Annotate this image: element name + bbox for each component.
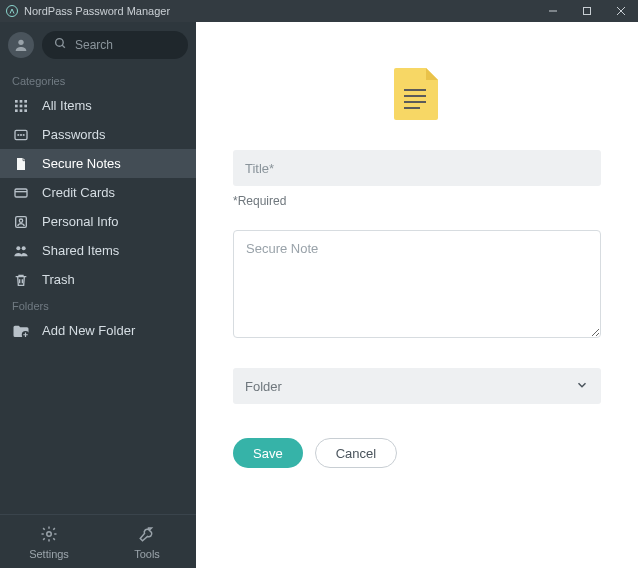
sidebar-item-trash[interactable]: Trash bbox=[0, 265, 196, 294]
sidebar-bottom: Settings Tools bbox=[0, 514, 196, 568]
sidebar-item-personal-info[interactable]: Personal Info bbox=[0, 207, 196, 236]
titlebar: NordPass Password Manager bbox=[0, 0, 638, 22]
sidebar-item-passwords[interactable]: Passwords bbox=[0, 120, 196, 149]
shared-icon bbox=[12, 243, 30, 259]
svg-point-25 bbox=[16, 246, 20, 250]
key-icon bbox=[12, 127, 30, 143]
search-input-wrap[interactable] bbox=[42, 31, 188, 59]
svg-rect-21 bbox=[15, 189, 27, 197]
secure-note-form: *Required Folder Save Cancel bbox=[233, 150, 601, 468]
sidebar-item-label: Secure Notes bbox=[42, 156, 121, 171]
sidebar-item-credit-cards[interactable]: Credit Cards bbox=[0, 178, 196, 207]
card-icon bbox=[12, 185, 30, 201]
tools-label: Tools bbox=[134, 548, 160, 560]
svg-rect-16 bbox=[24, 109, 27, 112]
folders-list: Add New Folder bbox=[0, 316, 196, 345]
svg-rect-14 bbox=[15, 109, 18, 112]
trash-icon bbox=[12, 272, 30, 288]
svg-point-20 bbox=[23, 134, 24, 135]
svg-rect-15 bbox=[20, 109, 23, 112]
sidebar-item-label: Add New Folder bbox=[42, 323, 135, 338]
gear-icon bbox=[40, 525, 58, 545]
sidebar: Categories All Items Passwords Secure No… bbox=[0, 22, 196, 568]
tools-button[interactable]: Tools bbox=[98, 515, 196, 568]
categories-list: All Items Passwords Secure Notes Credit … bbox=[0, 91, 196, 294]
svg-point-19 bbox=[21, 134, 22, 135]
folder-select-label: Folder bbox=[245, 379, 282, 394]
add-folder-icon bbox=[12, 323, 30, 339]
svg-rect-13 bbox=[24, 104, 27, 107]
close-button[interactable] bbox=[604, 0, 638, 22]
sidebar-item-label: Credit Cards bbox=[42, 185, 115, 200]
folder-select[interactable]: Folder bbox=[233, 368, 601, 404]
wrench-icon bbox=[138, 525, 156, 545]
person-icon bbox=[12, 214, 30, 230]
svg-rect-8 bbox=[15, 100, 18, 103]
sidebar-item-label: Personal Info bbox=[42, 214, 119, 229]
svg-rect-2 bbox=[584, 8, 591, 15]
grid-icon bbox=[12, 98, 30, 114]
search-input[interactable] bbox=[75, 38, 176, 52]
avatar[interactable] bbox=[8, 32, 34, 58]
svg-point-18 bbox=[18, 134, 19, 135]
sidebar-item-label: Trash bbox=[42, 272, 75, 287]
search-icon bbox=[54, 37, 67, 53]
main-content: *Required Folder Save Cancel bbox=[196, 22, 638, 568]
svg-rect-12 bbox=[20, 104, 23, 107]
svg-point-24 bbox=[19, 219, 22, 222]
required-hint: *Required bbox=[233, 194, 601, 208]
window-title: NordPass Password Manager bbox=[24, 5, 536, 17]
save-button[interactable]: Save bbox=[233, 438, 303, 468]
sidebar-item-add-folder[interactable]: Add New Folder bbox=[0, 316, 196, 345]
settings-label: Settings bbox=[29, 548, 69, 560]
secure-note-hero-icon bbox=[392, 66, 442, 124]
note-textarea[interactable] bbox=[233, 230, 601, 338]
svg-point-0 bbox=[7, 6, 18, 17]
svg-point-6 bbox=[56, 39, 64, 47]
sidebar-item-shared-items[interactable]: Shared Items bbox=[0, 236, 196, 265]
svg-line-7 bbox=[62, 45, 65, 48]
svg-rect-10 bbox=[24, 100, 27, 103]
svg-point-5 bbox=[18, 40, 23, 45]
chevron-down-icon bbox=[575, 378, 589, 395]
sidebar-item-label: Passwords bbox=[42, 127, 106, 142]
sidebar-item-label: All Items bbox=[42, 98, 92, 113]
svg-point-28 bbox=[47, 532, 52, 537]
sidebar-item-secure-notes[interactable]: Secure Notes bbox=[0, 149, 196, 178]
settings-button[interactable]: Settings bbox=[0, 515, 98, 568]
svg-rect-9 bbox=[20, 100, 23, 103]
minimize-button[interactable] bbox=[536, 0, 570, 22]
categories-label: Categories bbox=[0, 69, 196, 91]
sidebar-item-label: Shared Items bbox=[42, 243, 119, 258]
svg-rect-11 bbox=[15, 104, 18, 107]
folders-label: Folders bbox=[0, 294, 196, 316]
cancel-button[interactable]: Cancel bbox=[315, 438, 397, 468]
sidebar-item-all-items[interactable]: All Items bbox=[0, 91, 196, 120]
app-icon bbox=[6, 5, 18, 17]
title-input[interactable] bbox=[233, 150, 601, 186]
maximize-button[interactable] bbox=[570, 0, 604, 22]
svg-point-26 bbox=[22, 246, 26, 250]
note-icon bbox=[12, 156, 30, 172]
